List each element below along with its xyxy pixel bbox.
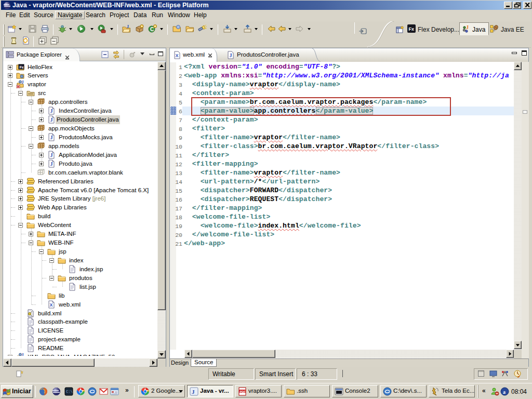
svg-text:Fx: Fx [20,65,24,69]
svg-text:Fx: Fx [409,26,415,32]
svg-text:J: J [127,24,129,29]
svg-text:PDF: PDF [240,390,246,393]
svg-text:C:\: C:\ [66,390,73,394]
svg-text:a: a [503,389,506,395]
svg-text:X: X [176,53,179,58]
svg-text:J: J [50,108,53,114]
svg-text:X: X [50,302,53,308]
svg-text:J: J [50,161,53,167]
svg-text:J: J [22,353,24,356]
svg-text:C: C [150,26,154,32]
svg-text:J: J [50,152,53,158]
svg-text:J: J [192,389,195,395]
svg-text:J: J [466,24,469,30]
svg-text:J: J [50,117,53,123]
svg-text:J: J [50,135,53,140]
svg-text:J: J [230,52,232,58]
svg-text:J: J [22,80,24,85]
